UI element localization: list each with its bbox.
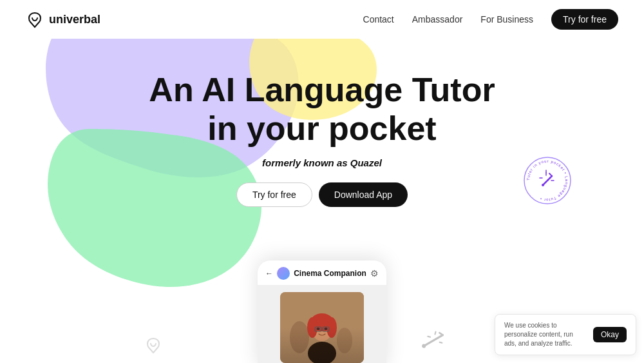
phone-chat-title: Cinema Companion bbox=[277, 267, 366, 280]
svg-point-4 bbox=[312, 318, 332, 341]
svg-line-25 bbox=[435, 332, 435, 335]
hero-subtitle: formerly known as Quazel bbox=[262, 157, 382, 168]
logo[interactable]: univerbal bbox=[26, 10, 100, 28]
svg-point-3 bbox=[308, 342, 336, 363]
phone-header: ← Cinema Companion ⚙ bbox=[258, 260, 386, 286]
svg-line-23 bbox=[439, 333, 443, 335]
scissors-icon bbox=[418, 326, 448, 359]
logo-text: univerbal bbox=[49, 13, 100, 26]
svg-point-5 bbox=[310, 313, 334, 331]
phone-settings-icon[interactable]: ⚙ bbox=[370, 268, 379, 279]
phone-body bbox=[258, 286, 386, 363]
svg-point-2 bbox=[337, 328, 352, 353]
svg-point-7 bbox=[327, 317, 337, 338]
circular-badge: Tutor in your pocket • Language Tutor • bbox=[522, 155, 573, 206]
cookie-ok-button[interactable]: Okay bbox=[593, 327, 627, 342]
try-free-button[interactable]: Try for free bbox=[236, 182, 312, 207]
bottom-logo bbox=[142, 336, 165, 357]
svg-point-1 bbox=[290, 321, 309, 353]
cookie-text: We use cookies to personalize content, r… bbox=[504, 321, 585, 348]
phone-chat-image bbox=[280, 292, 364, 363]
navbar: univerbal Contact Ambassador For Busines… bbox=[0, 0, 644, 39]
nav-for-business[interactable]: For Business bbox=[480, 14, 533, 25]
nav-links: Contact Ambassador For Business Try for … bbox=[363, 9, 618, 30]
svg-line-27 bbox=[428, 337, 430, 337]
nav-ambassador[interactable]: Ambassador bbox=[412, 14, 463, 25]
phone-mockup: ← Cinema Companion ⚙ bbox=[258, 260, 386, 363]
phone-avatar bbox=[277, 267, 290, 280]
svg-rect-10 bbox=[315, 327, 321, 331]
cookie-banner: We use cookies to personalize content, r… bbox=[495, 314, 636, 355]
nav-contact[interactable]: Contact bbox=[363, 14, 394, 25]
hero-title: An AI Language Tutor in your pocket bbox=[149, 71, 495, 148]
svg-rect-11 bbox=[323, 327, 329, 331]
univerbal-logo-icon bbox=[26, 10, 44, 28]
nav-try-free-button[interactable]: Try for free bbox=[551, 9, 618, 30]
download-app-button[interactable]: Download App bbox=[319, 182, 408, 207]
svg-point-8 bbox=[317, 328, 320, 330]
svg-line-26 bbox=[440, 342, 442, 343]
phone-back-button[interactable]: ← bbox=[265, 269, 273, 278]
svg-point-6 bbox=[307, 317, 317, 338]
hero-buttons: Try for free Download App bbox=[236, 182, 408, 207]
svg-point-17 bbox=[542, 184, 544, 186]
svg-point-9 bbox=[325, 328, 328, 330]
svg-rect-0 bbox=[280, 292, 364, 363]
